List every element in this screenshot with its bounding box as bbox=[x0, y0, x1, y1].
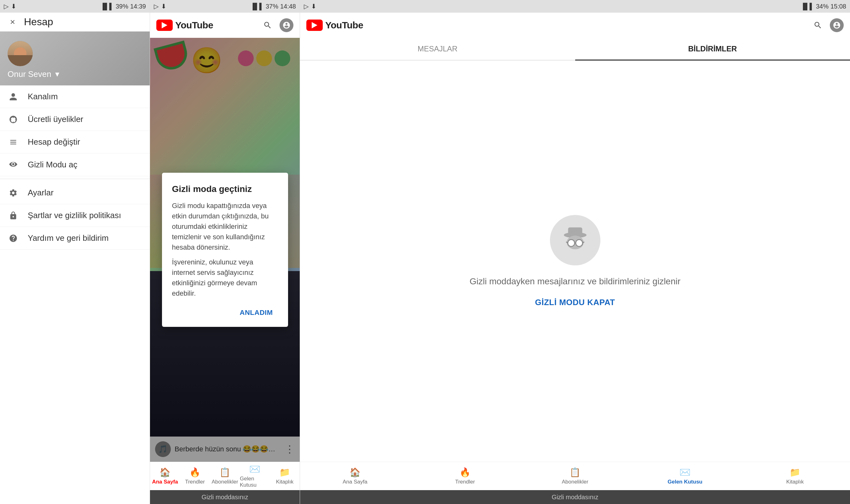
download-icon-1: ⬇ bbox=[11, 2, 16, 10]
dialog-confirm-button[interactable]: ANLADIM bbox=[235, 306, 278, 319]
menu-item-sartlar[interactable]: Şartlar ve gizlilik politikası bbox=[0, 204, 150, 227]
battery-1: 39% bbox=[116, 3, 128, 10]
status-left-1: ▷ ⬇ bbox=[4, 2, 16, 10]
time-2: 14:48 bbox=[280, 3, 296, 10]
youtube-header-3: YouTube bbox=[300, 13, 850, 38]
menu-item-uyelikler[interactable]: Ücretli üyelikler bbox=[0, 108, 150, 131]
video-container-2: 😊 1:00 🎵 Berberde hüzün sonu 😂😂😂😂👌👌 ⋮ bbox=[150, 38, 300, 462]
status-bar-3: ▷ ⬇ ▐▌▌ 34% 15:08 bbox=[300, 0, 850, 13]
nav-label-trend-2: Trendler bbox=[185, 479, 205, 485]
play-icon-1: ▷ bbox=[4, 2, 8, 10]
incognito-dialog: Gizli moda geçtiniz Gizli modu kapattığı… bbox=[162, 173, 288, 327]
signal-icon-1: ▐▌▌ bbox=[100, 3, 114, 10]
gizli-kapat-button[interactable]: GİZLİ MODU KAPAT bbox=[535, 298, 615, 307]
yt-play-2 bbox=[162, 22, 167, 29]
header-icons-3 bbox=[811, 18, 844, 32]
incognito-avatar-2[interactable] bbox=[279, 18, 293, 32]
user-name: Onur Seven bbox=[7, 69, 51, 79]
user-name-row[interactable]: Onur Seven ▼ bbox=[7, 69, 61, 79]
status-bar-2: ▷ ⬇ ▐▌▌ 37% 14:48 bbox=[150, 0, 300, 13]
trend-icon-3: 🔥 bbox=[459, 467, 471, 478]
notifications-panel: ▷ ⬇ ▐▌▌ 34% 15:08 YouTube MESAJLAR bbox=[300, 0, 850, 504]
menu-label-yardim: Yardım ve geri bildirim bbox=[28, 233, 109, 243]
inbox-icon-3: ✉️ bbox=[680, 467, 690, 478]
time-3: 15:08 bbox=[830, 3, 846, 10]
nav-kitaplik-3[interactable]: 📁 Kitaplık bbox=[740, 462, 850, 490]
trend-icon-2: 🔥 bbox=[189, 467, 200, 478]
nav-trendler-2[interactable]: 🔥 Trendler bbox=[180, 462, 210, 490]
status-left-2: ▷ ⬇ bbox=[154, 2, 166, 10]
subs-icon-2: 📋 bbox=[219, 467, 230, 478]
nav-label-kitaplik-3: Kitaplık bbox=[786, 479, 804, 485]
signal-icon-3: ▐▌▌ bbox=[800, 3, 814, 10]
subs-icon-3: 📋 bbox=[569, 467, 581, 478]
tab-bildirimler[interactable]: BİLDİRİMLER bbox=[575, 38, 850, 60]
play-icon-2: ▷ bbox=[154, 2, 159, 10]
youtube-logo-2: YouTube bbox=[156, 20, 213, 31]
incognito-text-2: Gizli moddasınız bbox=[202, 493, 248, 501]
nav-kitaplik-2[interactable]: 📁 Kitaplık bbox=[270, 462, 300, 490]
nav-label-subs-3: Abonelikler bbox=[562, 479, 588, 485]
nav-abonelikler-2[interactable]: 📋 Abonelikler bbox=[210, 462, 240, 490]
tab-mesajlar-label: MESAJLAR bbox=[418, 44, 458, 53]
status-left-3: ▷ ⬇ bbox=[304, 2, 317, 10]
status-right-1: ▐▌▌ 39% 14:39 bbox=[100, 3, 146, 10]
menu-item-yardim[interactable]: Yardım ve geri bildirim bbox=[0, 227, 150, 250]
nav-label-ana-3: Ana Sayfa bbox=[343, 479, 367, 485]
dialog-body-1: Gizli modu kapattığınızda veya etkin dur… bbox=[172, 200, 278, 252]
close-button[interactable]: × bbox=[6, 16, 19, 29]
youtube-header-2: YouTube bbox=[150, 13, 300, 38]
menu-item-ayarlar[interactable]: Ayarlar bbox=[0, 182, 150, 204]
account-profile: Onur Seven ▼ bbox=[0, 32, 150, 86]
dialog-title: Gizli moda geçtiniz bbox=[172, 184, 278, 194]
nav-ana-sayfa-2[interactable]: 🏠 Ana Sayfa bbox=[150, 462, 180, 490]
inbox-icon-2: ✉️ bbox=[249, 464, 260, 474]
person-icon bbox=[7, 91, 19, 103]
dollar-icon bbox=[7, 114, 19, 125]
incognito-avatar-3[interactable] bbox=[830, 18, 844, 32]
avatar-face bbox=[7, 41, 33, 66]
menu-item-kanalim[interactable]: Kanalım bbox=[0, 86, 150, 108]
dialog-overlay: Gizli moda geçtiniz Gizli modu kapattığı… bbox=[150, 38, 300, 462]
account-panel: ▷ ⬇ ▐▌▌ 39% 14:39 × Hesap Onur Seven ▼ K… bbox=[0, 0, 150, 504]
home-icon-3: 🏠 bbox=[349, 467, 361, 478]
youtube-panel: ▷ ⬇ ▐▌▌ 37% 14:48 YouTube bbox=[150, 0, 300, 504]
yt-title-2: YouTube bbox=[175, 20, 213, 31]
nav-abonelikler-3[interactable]: 📋 Abonelikler bbox=[520, 462, 630, 490]
nav-gelen-3[interactable]: ✉️ Gelen Kutusu bbox=[630, 462, 740, 490]
tab-mesajlar[interactable]: MESAJLAR bbox=[300, 38, 575, 60]
header-icons-2 bbox=[261, 18, 293, 32]
library-icon-2: 📁 bbox=[279, 467, 290, 478]
gear-icon bbox=[7, 187, 19, 199]
menu-divider bbox=[0, 179, 150, 179]
incognito-bar-3: Gizli moddasınız bbox=[300, 490, 850, 504]
account-title: Hesap bbox=[24, 16, 53, 28]
signal-icon-2: ▐▌▌ bbox=[250, 3, 264, 10]
incognito-icon-large bbox=[550, 215, 600, 265]
bottom-nav-3: 🏠 Ana Sayfa 🔥 Trendler 📋 Abonelikler ✉️ … bbox=[300, 462, 850, 490]
menu-item-gizli-mod[interactable]: Gizli Modu aç bbox=[0, 154, 150, 176]
nav-ana-sayfa-3[interactable]: 🏠 Ana Sayfa bbox=[300, 462, 410, 490]
search-button-2[interactable] bbox=[261, 18, 274, 32]
menu-item-hesap-degistir[interactable]: Hesap değiştir bbox=[0, 131, 150, 154]
time-1: 14:39 bbox=[130, 3, 146, 10]
battery-3: 34% bbox=[816, 3, 829, 10]
status-right-3: ▐▌▌ 34% 15:08 bbox=[800, 3, 846, 10]
incognito-text-3: Gizli moddasınız bbox=[552, 493, 598, 501]
youtube-logo-3: YouTube bbox=[306, 20, 363, 31]
search-button-3[interactable] bbox=[811, 18, 825, 32]
nav-gelen-2[interactable]: ✉️ Gelen Kutusu bbox=[240, 462, 270, 490]
dialog-body: Gizli modu kapattığınızda veya etkin dur… bbox=[172, 200, 278, 299]
menu-list: Kanalım Ücretli üyelikler Hesap değiştir… bbox=[0, 86, 150, 504]
notifications-content: Gizli moddayken mesajlarınız ve bildirim… bbox=[300, 60, 850, 462]
menu-label-kanalim: Kanalım bbox=[28, 92, 58, 102]
incognito-svg bbox=[561, 226, 589, 254]
nav-label-ana-2: Ana Sayfa bbox=[152, 479, 178, 485]
nav-trendler-3[interactable]: 🔥 Trendler bbox=[410, 462, 520, 490]
tabs-header: MESAJLAR BİLDİRİMLER bbox=[300, 38, 850, 60]
menu-label-hesap-degistir: Hesap değiştir bbox=[28, 137, 80, 147]
notification-text: Gizli moddayken mesajlarınız ve bildirim… bbox=[470, 275, 681, 288]
home-icon-2: 🏠 bbox=[160, 467, 170, 478]
bottom-nav-2: 🏠 Ana Sayfa 🔥 Trendler 📋 Abonelikler ✉️ … bbox=[150, 462, 300, 490]
lock-icon bbox=[7, 210, 19, 221]
